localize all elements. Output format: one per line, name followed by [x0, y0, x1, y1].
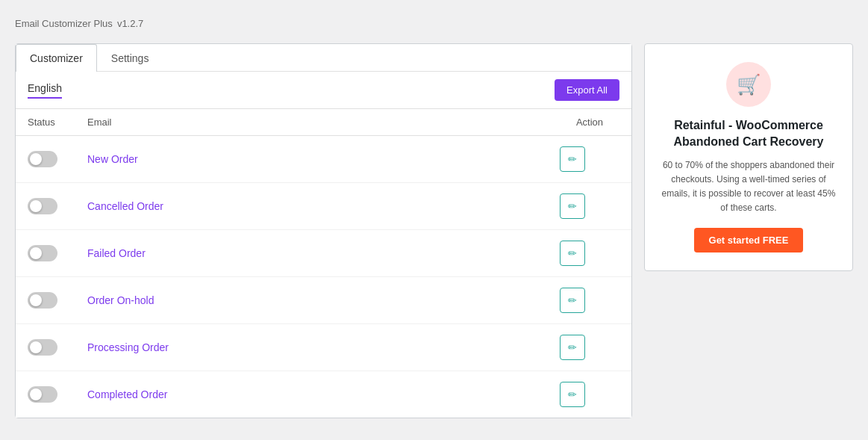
- promo-title: Retainful - WooCommerce Abandoned Cart R…: [660, 117, 837, 151]
- email-label-3: Failed Order: [87, 247, 560, 259]
- tab-settings[interactable]: Settings: [97, 44, 163, 72]
- action-col-5: ✏: [560, 335, 619, 360]
- promo-panel: 🛒 Retainful - WooCommerce Abandoned Cart…: [644, 43, 853, 271]
- table-row: Completed Order ✏: [16, 371, 631, 418]
- tab-customizer[interactable]: Customizer: [16, 44, 97, 72]
- promo-desc: 60 to 70% of the shoppers abandoned thei…: [660, 158, 837, 216]
- action-col-6: ✏: [560, 382, 619, 407]
- table-row: Order On-hold ✏: [16, 277, 631, 324]
- edit-button-4[interactable]: ✏: [560, 288, 585, 313]
- left-panel: Customizer Settings English Export All S…: [15, 43, 632, 418]
- language-bar: English Export All: [16, 72, 631, 109]
- toggle-switch-1[interactable]: [28, 151, 57, 167]
- email-label-2: Cancelled Order: [87, 200, 560, 212]
- toggle-switch-5[interactable]: [28, 339, 57, 356]
- language-tab[interactable]: English: [28, 82, 62, 99]
- table-row: New Order ✏: [16, 136, 631, 183]
- email-rows-container: New Order ✏ Cancelled Order ✏: [16, 136, 631, 418]
- header-status: Status: [28, 117, 87, 128]
- toggle-switch-3[interactable]: [28, 245, 57, 261]
- toggle-switch-6[interactable]: [28, 386, 57, 403]
- table-row: Failed Order ✏: [16, 230, 631, 277]
- header-email: Email: [87, 117, 560, 128]
- edit-button-3[interactable]: ✏: [560, 241, 585, 266]
- email-label-1: New Order: [87, 153, 560, 165]
- promo-icon-wrapper: 🛒: [726, 62, 771, 107]
- table-header: Status Email Action: [16, 109, 631, 136]
- toggle-col: [28, 386, 87, 403]
- action-col-3: ✏: [560, 241, 619, 266]
- toggle-col: [28, 151, 87, 167]
- table-row: Processing Order ✏: [16, 324, 631, 371]
- tabs-bar: Customizer Settings: [16, 44, 631, 72]
- toggle-switch-2[interactable]: [28, 198, 57, 214]
- get-started-button[interactable]: Get started FREE: [694, 228, 804, 252]
- page-title: Email Customizer Plus v1.2.7: [15, 12, 853, 31]
- export-all-button[interactable]: Export All: [555, 79, 619, 101]
- edit-button-5[interactable]: ✏: [560, 335, 585, 360]
- toggle-col: [28, 245, 87, 261]
- edit-button-6[interactable]: ✏: [560, 382, 585, 407]
- content-area: English Export All Status Email Action N…: [16, 72, 631, 418]
- action-col-1: ✏: [560, 146, 619, 172]
- toggle-col: [28, 339, 87, 356]
- header-action: Action: [560, 117, 619, 128]
- toggle-col: [28, 198, 87, 214]
- action-col-4: ✏: [560, 288, 619, 313]
- email-label-4: Order On-hold: [87, 294, 560, 306]
- toggle-col: [28, 292, 87, 309]
- cart-icon: 🛒: [737, 73, 761, 96]
- toggle-switch-4[interactable]: [28, 292, 57, 309]
- edit-button-2[interactable]: ✏: [560, 193, 585, 219]
- edit-button-1[interactable]: ✏: [560, 146, 585, 172]
- email-label-6: Completed Order: [87, 388, 560, 400]
- table-row: Cancelled Order ✏: [16, 183, 631, 230]
- email-label-5: Processing Order: [87, 341, 560, 353]
- action-col-2: ✏: [560, 193, 619, 219]
